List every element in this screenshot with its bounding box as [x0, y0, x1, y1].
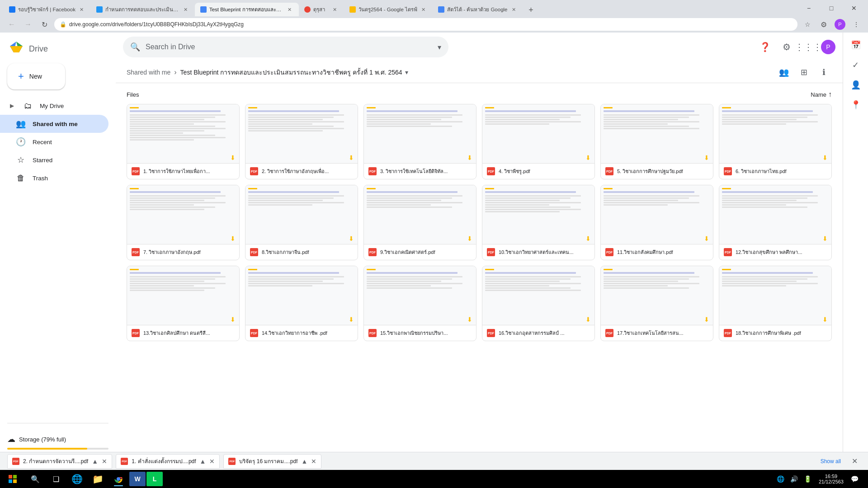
file-thumbnail: ⬇ — [364, 104, 476, 163]
file-card[interactable]: ⬇ PDF 14.วิชาเอกวิทยาการอาชีพ .pdf — [245, 266, 358, 341]
file-name: 14.วิชาเอกวิทยาการอาชีพ .pdf — [262, 329, 353, 337]
file-card[interactable]: ⬇ PDF 8.วิชาเอกภาษาจีน.pdf — [245, 185, 358, 260]
sidebar-item-shared[interactable]: 👥 Shared with me — [0, 115, 108, 133]
tab-close-6[interactable]: ✕ — [510, 6, 517, 13]
forward-button[interactable]: → — [22, 18, 34, 31]
pdf-icon: PDF — [487, 248, 495, 256]
download-item-3[interactable]: PDF บริจัดรุ 16 มกราคม....pdf ▲ ✕ — [223, 454, 321, 469]
taskbar-line[interactable]: L — [146, 472, 163, 486]
file-card[interactable]: ⬇ PDF 2. วิชาการใช้ภาษาอังกฤษเพื่อ... — [245, 104, 358, 179]
tasks-button[interactable]: ✓ — [847, 56, 865, 74]
file-card[interactable]: ⬇ PDF 7. วิชาเอกภาษาอังกฤษ.pdf — [127, 185, 240, 260]
new-button[interactable]: + New — [7, 63, 65, 89]
taskbar-word[interactable]: W — [129, 472, 146, 486]
download-close-3[interactable]: ✕ — [311, 458, 316, 465]
sidebar-item-starred[interactable]: ☆ Starred — [0, 151, 108, 169]
download-expand-icon-3[interactable]: ▲ — [301, 458, 307, 465]
back-button[interactable]: ← — [5, 18, 18, 31]
file-card[interactable]: ⬇ PDF 12.วิชาเอกสุขศึกษา พลศึกษา... — [719, 185, 832, 260]
shared-users-icon[interactable]: 👥 — [776, 64, 792, 80]
file-card[interactable]: ⬇ PDF 4. วิชาพืชรู.pdf — [482, 104, 595, 179]
search-dropdown-icon[interactable]: ▾ — [438, 43, 441, 52]
tab-close-5[interactable]: ✕ — [420, 6, 427, 13]
volume-icon[interactable]: 🔊 — [788, 473, 801, 485]
grid-view-button[interactable]: ⊞ — [796, 64, 812, 80]
taskbar-clock[interactable]: 16:59 21/12/2563 — [816, 473, 846, 485]
notification-icon[interactable]: 💬 — [848, 473, 861, 485]
sort-button[interactable]: Name ↑ — [811, 90, 832, 99]
file-name: 10.วิชาเอกวิทยาศาสตร์และเทคน... — [499, 248, 590, 256]
bookmark-button[interactable]: ☆ — [801, 18, 814, 31]
file-card[interactable]: ⬇ PDF 15.วิชาเอกพาณิชยกรรมปริษา... — [363, 266, 476, 341]
sidebar-item-my-drive[interactable]: ▶ 🗂 My Drive — [0, 97, 108, 115]
maximize-button[interactable]: □ — [821, 2, 842, 14]
svg-rect-2 — [13, 475, 17, 479]
settings-button[interactable]: ⚙ — [778, 38, 796, 56]
file-card[interactable]: ⬇ PDF 1. วิชาการใช้ภาษาไทยเพื่อกา... — [127, 104, 240, 179]
file-info: PDF 6. วิชาเอกภาษาไทย.pdf — [719, 163, 831, 179]
file-card[interactable]: ⬇ PDF 17.วิชาเอกเทคโนโลยีสารสน... — [600, 266, 713, 341]
download-expand-icon-1[interactable]: ▲ — [92, 458, 98, 465]
taskbar: 🔍 ❑ 🌐 📁 W L 🌐 🔊 🔋 16:59 21/12/2563 💬 🔍 — [0, 470, 868, 488]
file-thumbnail: ⬇ — [127, 104, 239, 163]
taskbar-chrome[interactable] — [108, 471, 128, 487]
file-card[interactable]: ⬇ PDF 16.วิชาเอกอุตสาหกรรมศิลป์ ... — [482, 266, 595, 341]
file-card[interactable]: ⬇ PDF 11.วิชาเอกสังคมศึกษา.pdf — [600, 185, 713, 260]
battery-icon[interactable]: 🔋 — [802, 473, 814, 485]
pdf-icon: PDF — [487, 167, 495, 175]
tab-close-3[interactable]: ✕ — [286, 6, 293, 13]
apps-button[interactable]: ⋮⋮⋮ — [799, 38, 817, 56]
menu-button[interactable]: ⋮ — [850, 18, 863, 31]
tab-close-4[interactable]: ✕ — [331, 6, 339, 13]
search-input[interactable] — [146, 43, 432, 51]
minimize-button[interactable]: − — [798, 2, 819, 14]
contacts-button[interactable]: 👤 — [847, 76, 865, 94]
show-all-button[interactable]: Show all — [817, 456, 844, 466]
tab-3[interactable]: Test Blueprint การทดสอบและประเมิน... ✕ — [195, 3, 299, 16]
download-item-1[interactable]: PDF 2. กำหนดการจัดวานรี....pdf ▲ ✕ — [7, 454, 112, 469]
shared-watermark: ⬇ — [349, 235, 356, 242]
file-name: 12.วิชาเอกสุขศึกษา พลศึกษา... — [736, 248, 827, 256]
tab-6[interactable]: สัตว์ไต้ - ค้นหาด้วย Google ✕ — [433, 3, 523, 16]
file-card[interactable]: ⬇ PDF 5. วิชาเอกการศึกษาปฐมวัย.pdf — [600, 104, 713, 179]
file-card[interactable]: ⬇ PDF 9.วิชาเอกคณิตศาสตร์.pdf — [363, 185, 476, 260]
tab-close-2[interactable]: ✕ — [182, 6, 189, 13]
close-all-button[interactable]: ✕ — [848, 455, 861, 468]
tab-close-1[interactable]: ✕ — [78, 6, 85, 13]
close-window-button[interactable]: ✕ — [844, 2, 864, 14]
breadcrumb-dropdown-icon[interactable]: ▾ — [405, 69, 408, 76]
network-icon[interactable]: 🌐 — [774, 473, 787, 485]
sidebar-item-recent[interactable]: 🕐 Recent — [0, 133, 108, 151]
file-card[interactable]: ⬇ PDF 18.วิชาเอกการศึกษาพิเศษ .pdf — [719, 266, 832, 341]
file-card[interactable]: ⬇ PDF 10.วิชาเอกวิทยาศาสตร์และเทคน... — [482, 185, 595, 260]
download-expand-icon-2[interactable]: ▲ — [200, 458, 206, 465]
search-bar[interactable]: 🔍 ▾ — [123, 37, 448, 57]
maps-button[interactable]: 📍 — [847, 96, 865, 114]
sidebar-item-trash[interactable]: 🗑 Trash — [0, 169, 108, 187]
user-avatar[interactable]: P — [821, 40, 835, 54]
taskbar-explorer[interactable]: 📁 — [88, 471, 108, 487]
taskbar-edge[interactable]: 🌐 — [67, 471, 87, 487]
info-button[interactable]: ℹ — [816, 64, 832, 80]
file-card[interactable]: ⬇ PDF 3. วิชาการใช้เทคโนโลยีดิจิทัล... — [363, 104, 476, 179]
tab-1[interactable]: รอบรู้วิชาพักร์ | Facebook ✕ — [4, 3, 91, 16]
download-close-1[interactable]: ✕ — [102, 458, 107, 465]
reload-button[interactable]: ↻ — [38, 18, 51, 31]
breadcrumb-shared[interactable]: Shared with me — [127, 69, 170, 76]
taskbar-task-view[interactable]: ❑ — [46, 471, 66, 487]
start-button[interactable] — [4, 472, 22, 486]
download-close-2[interactable]: ✕ — [209, 458, 215, 465]
profile-button[interactable]: P — [834, 18, 846, 31]
download-item-2[interactable]: PDF 1. คำสั่งแต่งตั้งกรรมป....pdf ▲ ✕ — [116, 454, 220, 469]
help-button[interactable]: ❓ — [756, 38, 774, 56]
url-bar[interactable]: 🔒 drive.google.com/drive/folders/1tcyU0B… — [54, 18, 797, 31]
new-tab-button[interactable]: + — [524, 4, 537, 16]
tab-4[interactable]: ดุรุสา ✕ — [299, 3, 344, 16]
tab-2[interactable]: กำหนดการทดสอบและประเมินสมรรถนะ... ✕ — [91, 3, 195, 16]
file-card[interactable]: ⬇ PDF 13.วิชาเอกศิลปศึกษา ดนตรีสี... — [127, 266, 240, 341]
taskbar-search[interactable]: 🔍 — [25, 471, 45, 487]
calendar-button[interactable]: 📅 — [847, 36, 865, 54]
tab-5[interactable]: วันดรู2564 - Google ไดรฟ์ ✕ — [344, 3, 433, 16]
file-card[interactable]: ⬇ PDF 6. วิชาเอกภาษาไทย.pdf — [719, 104, 832, 179]
extensions-button[interactable]: ⚙ — [817, 18, 830, 31]
